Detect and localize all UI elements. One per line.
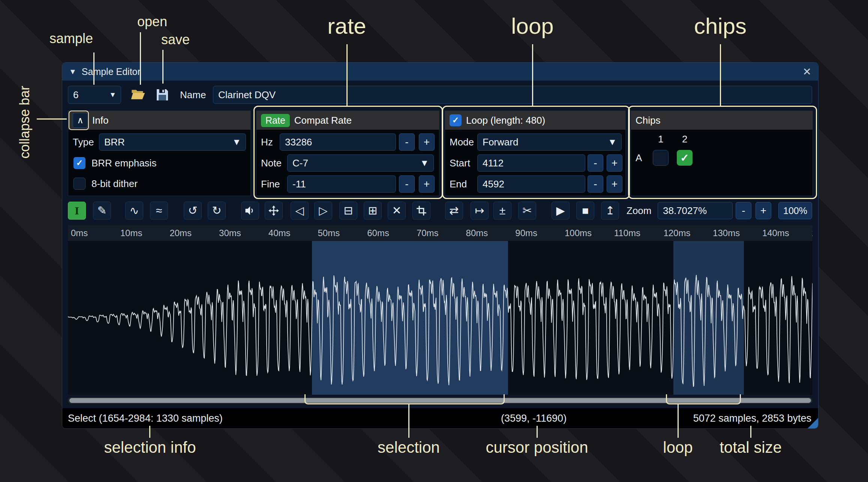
mode-value: Forward	[483, 136, 518, 148]
preview-button[interactable]	[241, 202, 259, 220]
minus-box-icon: ⊟	[343, 205, 353, 216]
chip-1-checkbox[interactable]	[653, 150, 669, 166]
annotation-line-total-size	[750, 426, 751, 438]
loop-end-plus-button[interactable]: +	[607, 175, 622, 193]
fine-input[interactable]: -11	[287, 175, 396, 193]
amplify-down-button[interactable]: ⊟	[339, 202, 357, 220]
window-collapse-icon[interactable]: ▼	[69, 67, 76, 76]
hz-input[interactable]: 33286	[280, 133, 396, 151]
zoom-out-button[interactable]: -	[736, 202, 751, 219]
collapse-bar-button[interactable]: ∧	[73, 113, 88, 128]
loop-checkbox[interactable]: ✓	[450, 114, 462, 126]
zoom-input[interactable]: 38.7027%	[658, 202, 733, 219]
annotation-line-chips	[720, 44, 721, 106]
zoom-in-button[interactable]: +	[756, 202, 771, 219]
pan-button[interactable]	[265, 202, 283, 220]
annotation-rate: rate	[327, 13, 366, 39]
zoom-reset-button[interactable]: 100%	[778, 202, 812, 219]
annotation-cursor-position: cursor position	[486, 439, 588, 457]
mode-dropdown[interactable]: Forward ▼	[477, 133, 622, 151]
annotation-line-selection	[408, 404, 409, 438]
ruler-tick: 10ms	[120, 228, 142, 238]
amplify-up-button[interactable]: ⊞	[364, 202, 382, 220]
fine-minus-button[interactable]: -	[399, 175, 415, 193]
cursor-position-text: (3599, -11690)	[501, 413, 567, 424]
insert-button[interactable]: ↦	[471, 202, 489, 220]
rate-badge-button[interactable]: Rate	[261, 114, 290, 127]
ruler-tick: 150	[812, 228, 813, 238]
chips-panel-header: Chips	[631, 111, 813, 130]
draw-tool-button[interactable]: ✎	[93, 202, 111, 220]
close-icon[interactable]: ✕	[803, 66, 811, 78]
brr-emphasis-checkbox[interactable]: ✓	[73, 157, 85, 169]
annotation-sample: sample	[49, 31, 93, 46]
delete-button[interactable]: ✕	[388, 202, 406, 220]
save-button[interactable]	[153, 86, 171, 104]
loop-panel-header: ✓ Loop (length: 480)	[445, 111, 625, 130]
note-dropdown[interactable]: C-7 ▼	[287, 154, 434, 172]
selection-region[interactable]	[312, 241, 508, 395]
reverse-button[interactable]: ⇄	[445, 202, 463, 220]
loop-region[interactable]	[673, 241, 744, 395]
dither-checkbox[interactable]	[73, 178, 85, 190]
zoom-label: Zoom	[627, 202, 651, 220]
name-label: Name	[180, 86, 206, 104]
total-size-text: 5072 samples, 2853 bytes	[693, 413, 811, 424]
trim-button[interactable]	[412, 202, 430, 220]
wave-resample-icon: ≈	[156, 205, 162, 216]
chips-col-2: 2	[682, 133, 687, 145]
resample-button[interactable]: ≈	[150, 202, 168, 220]
waveform-view[interactable]	[68, 241, 813, 395]
redo-button[interactable]: ↻	[208, 202, 226, 220]
page: ▼ Sample Editor ✕ 6 ▼ Name Clarine	[0, 0, 868, 482]
loop-end-minus-button[interactable]: -	[588, 175, 603, 193]
note-value: C-7	[292, 157, 308, 169]
invert-button[interactable]: ±	[493, 202, 511, 220]
type-dropdown[interactable]: BRR ▼	[99, 133, 246, 151]
sample-slot-dropdown[interactable]: 6 ▼	[68, 86, 121, 104]
dither-label: 8-bit dither	[91, 178, 138, 190]
loop-start-input[interactable]: 4112	[477, 154, 585, 172]
annotation-loop-bottom: loop	[663, 439, 693, 457]
play-icon: ▶	[556, 205, 565, 216]
loop-end-input[interactable]: 4592	[477, 175, 585, 193]
next-sample-button[interactable]: ▷	[314, 202, 332, 220]
filter-button[interactable]: ✂	[518, 202, 536, 220]
fine-value: -11	[292, 178, 306, 190]
chips-panel: Chips 1 2 A ✓	[631, 111, 813, 196]
select-tool-button[interactable]: I	[68, 202, 86, 220]
resize-button[interactable]: ∿	[125, 202, 143, 220]
annotation-line-collapse-bar	[37, 118, 67, 120]
open-button[interactable]	[129, 86, 147, 104]
name-input[interactable]: Clarinet DQV	[213, 86, 812, 104]
ruler-tick: 120ms	[663, 228, 690, 238]
fine-plus-button[interactable]: +	[419, 175, 435, 193]
chevron-down-icon: ▼	[608, 137, 617, 147]
annotation-loop: loop	[511, 13, 553, 39]
ibeam-icon: I	[75, 205, 79, 216]
play-button[interactable]: ▶	[552, 202, 570, 220]
hz-plus-button[interactable]: +	[419, 133, 435, 151]
loop-start-value: 4112	[483, 157, 504, 169]
hz-minus-button[interactable]: -	[399, 133, 415, 151]
export-button[interactable]: ↥	[601, 202, 619, 220]
window-titlebar[interactable]: ▼ Sample Editor ✕	[62, 63, 818, 81]
annotation-save: save	[161, 32, 190, 48]
check-icon: ✓	[680, 152, 689, 164]
loop-start-plus-button[interactable]: +	[607, 154, 622, 172]
annotation-selection-info: selection info	[104, 439, 196, 457]
stop-button[interactable]: ■	[576, 202, 594, 220]
wave-edit-icon: ∿	[129, 205, 139, 216]
chip-2-checkbox[interactable]: ✓	[677, 150, 693, 166]
undo-button[interactable]: ↺	[184, 202, 202, 220]
time-ruler[interactable]: 0ms10ms20ms30ms40ms50ms60ms70ms80ms90ms1…	[68, 225, 813, 241]
loop-start-minus-button[interactable]: -	[588, 154, 603, 172]
annotation-collapse-bar: collapse bar	[17, 86, 33, 159]
chevron-up-icon: ∧	[77, 115, 84, 126]
annotation-open: open	[137, 14, 167, 30]
resize-grip[interactable]	[808, 418, 818, 428]
prev-sample-button[interactable]: ◁	[291, 202, 309, 220]
delete-icon: ✕	[392, 205, 401, 216]
chips-panel-title: Chips	[636, 115, 660, 126]
status-bar: Select (1654-2984: 1330 samples) (3599, …	[62, 408, 818, 428]
